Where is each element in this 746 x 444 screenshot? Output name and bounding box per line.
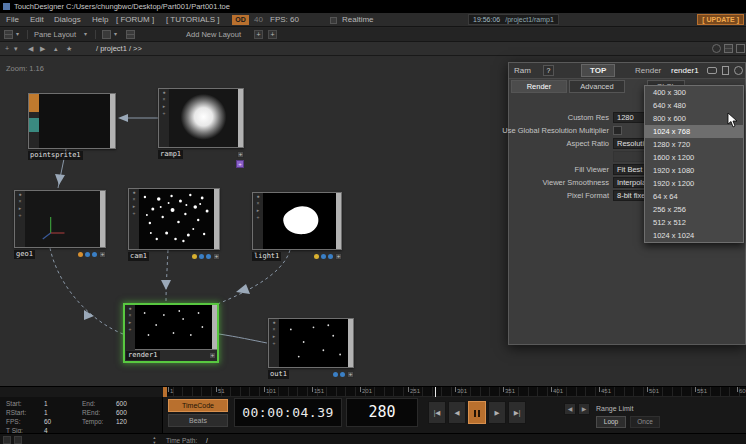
back-icon[interactable]: ◀ [28,42,33,55]
node-label-pointsprite1[interactable]: pointsprite1 [28,151,83,160]
playhead[interactable] [435,387,436,397]
render1-expand-button[interactable]: + [209,352,216,359]
light1-render-flag[interactable] [314,254,319,259]
parent-up-icon[interactable]: ▴ [54,42,58,55]
realtime-toggle[interactable] [330,17,337,24]
node-scrollbar[interactable] [212,305,217,349]
forward-icon[interactable]: ▶ [40,42,45,55]
out1-pickable-flag[interactable] [340,372,345,377]
node-viewer-cam1[interactable] [139,189,214,249]
timecode-mode-button[interactable]: TimeCode [168,399,228,412]
tab-caret-icon[interactable]: ▾ [14,42,18,55]
viewer-circle-icon[interactable] [712,44,721,53]
cam1-render-flag[interactable] [192,254,197,259]
comment-bubble-icon[interactable] [707,67,717,74]
node-scrollbar[interactable] [336,193,341,249]
loop-button[interactable]: Loop [596,416,626,428]
node-label-cam1[interactable]: cam1 [128,252,149,261]
node-light1[interactable]: ●×▸+ [252,192,342,250]
light1-expand-button[interactable]: + [335,253,342,260]
node-label-out1[interactable]: out1 [268,370,289,379]
pane-layout-caret-icon[interactable]: ▾ [84,29,87,40]
ramp1-expand-button[interactable]: + [237,151,244,158]
range-left-icon[interactable]: ◀ [564,403,576,415]
node-ramp1[interactable]: ●×▸+ [158,88,244,148]
update-button[interactable]: [ UPDATE ] [697,14,744,25]
node-flags-column[interactable]: ●×▸+ [159,89,169,147]
timeline-ruler[interactable]: 1 51 101 151 201 251 301 351 401 451 501… [163,387,746,397]
tab-advanced[interactable]: Advanced [569,80,625,93]
time-path-spinner[interactable]: ▴▾ [150,435,159,444]
jump-to-start-button[interactable]: |◀ [428,401,446,424]
res-option[interactable]: 1920 x 1200 [645,177,743,190]
node-geo1[interactable]: ●×▸+ [14,190,106,248]
op-family-tab[interactable]: Ram [514,66,531,75]
res-option-highlighted[interactable]: 1024 x 768 [645,125,743,138]
node-viewer-render1[interactable] [135,305,212,349]
res-option[interactable]: 1600 x 1200 [645,151,743,164]
layout-grid-icon[interactable] [126,30,135,39]
light1-pickable-flag[interactable] [328,254,333,259]
res-option[interactable]: 64 x 64 [645,190,743,203]
out1-expand-button[interactable]: + [347,371,354,378]
fps-value[interactable]: 60 [44,418,51,425]
node-pointsprite1[interactable] [28,93,116,149]
res-option[interactable]: 512 x 512 [645,216,743,229]
cam1-pickable-flag[interactable] [206,254,211,259]
play-reverse-button[interactable]: ◀ [448,401,466,424]
layout-preset-icon[interactable] [102,30,111,39]
play-forward-button[interactable]: ▶ [488,401,506,424]
help-button[interactable]: ? [543,65,554,76]
node-scrollbar[interactable] [348,319,353,367]
ramp1-mat-badge[interactable]: + [236,160,244,168]
end-value[interactable]: 600 [116,400,127,407]
jump-to-end-button[interactable]: ▶| [508,401,526,424]
light1-display-flag[interactable] [321,254,326,259]
layout-preset-caret-icon[interactable]: ▾ [114,29,117,40]
add-tab-icon[interactable]: + [5,42,9,55]
node-viewer-light1[interactable] [263,193,336,249]
beats-mode-button[interactable]: Beats [168,414,228,427]
out1-display-flag[interactable] [333,372,338,377]
node-cam1[interactable]: ●×▸+ [128,188,220,250]
node-flags-column[interactable]: ●×▸+ [253,193,263,249]
network-breadcrumb[interactable]: / project1 / >> [96,42,142,55]
cam1-expand-button[interactable]: + [213,253,220,260]
geo1-render-flag[interactable] [78,252,83,257]
node-label-render1[interactable]: render1 [126,351,160,360]
node-render1-selected[interactable]: ●×▸+ render1 + [123,303,219,363]
rstart-value[interactable]: 1 [44,409,48,416]
pane-layout-label[interactable]: Pane Layout [34,28,76,41]
node-label-geo1[interactable]: geo1 [14,250,35,259]
range-right-icon[interactable]: ▶ [578,403,590,415]
script-page-icon[interactable] [722,66,729,75]
node-label-ramp1[interactable]: ramp1 [158,150,183,159]
node-viewer-geo1[interactable] [25,191,100,247]
cam1-display-flag[interactable] [199,254,204,259]
geo1-pickable-flag[interactable] [92,252,97,257]
node-viewer-pointsprite1[interactable] [39,94,110,148]
viewer-grid-icon[interactable] [724,44,733,53]
start-value[interactable]: 1 [44,400,48,407]
res-option[interactable]: 256 x 256 [645,203,743,216]
node-viewer-ramp1[interactable] [169,89,238,147]
geo1-expand-button[interactable]: + [99,251,106,258]
menu-file[interactable]: File [6,13,19,26]
menu-forum[interactable]: [ FORUM ] [116,13,154,26]
od-badge[interactable]: OD [232,15,249,25]
bookmark-star-icon[interactable]: ★ [66,42,72,55]
viewer-square-icon[interactable] [736,44,745,53]
menu-edit[interactable]: Edit [30,13,44,26]
res-option[interactable]: 640 x 480 [645,99,743,112]
node-out1[interactable]: ●×▸+ [268,318,354,368]
res-option[interactable]: 400 x 300 [645,86,743,99]
frame-display[interactable]: 280 [346,398,418,427]
tab-render[interactable]: Render [511,80,567,93]
add-layout-plus-button-2[interactable]: + [268,30,277,39]
node-flags-column[interactable]: ●×▸+ [15,191,25,247]
add-new-layout-label[interactable]: Add New Layout [186,28,241,41]
node-scrollbar[interactable] [238,89,243,147]
bottom-left-icon-2[interactable] [14,436,22,444]
rend-value[interactable]: 600 [116,409,127,416]
op-family-selector[interactable]: TOP [581,64,615,77]
